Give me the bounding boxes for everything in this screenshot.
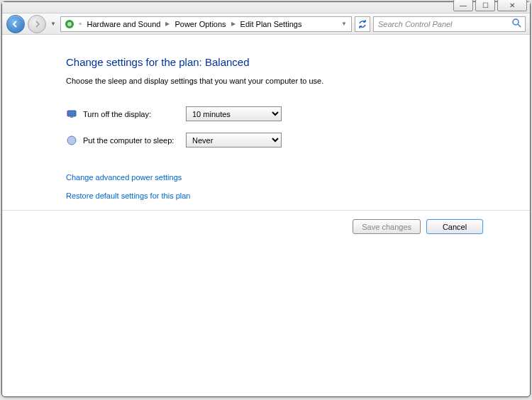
- control-panel-icon: [64, 18, 75, 30]
- svg-point-6: [67, 136, 76, 145]
- sleep-timeout-select[interactable]: Never: [186, 133, 282, 148]
- display-timeout-select[interactable]: 10 minutes: [186, 106, 282, 121]
- cancel-button[interactable]: Cancel: [426, 219, 483, 234]
- window-frame: — ☐ ✕ ▼ « Hardware and Sound ▶ Power Opt…: [1, 1, 531, 397]
- breadcrumb-item[interactable]: Hardware and Sound: [85, 19, 162, 29]
- svg-point-2: [513, 19, 519, 25]
- chevron-right-icon[interactable]: ▶: [231, 21, 235, 27]
- svg-rect-5: [70, 116, 73, 118]
- close-button[interactable]: ✕: [497, 0, 527, 11]
- breadcrumb-prefix: «: [79, 21, 82, 27]
- back-button[interactable]: [6, 15, 25, 33]
- sleep-icon: [66, 135, 77, 146]
- sleep-timeout-row: Put the computer to sleep: Never: [66, 133, 492, 148]
- page-title: Change settings for the plan: Balanced: [66, 56, 492, 68]
- page-description: Choose the sleep and display settings th…: [66, 77, 492, 85]
- display-timeout-row: Turn off the display: 10 minutes: [66, 106, 492, 121]
- display-icon: [66, 109, 77, 120]
- minimize-button[interactable]: —: [453, 0, 473, 11]
- search-placeholder: Search Control Panel: [378, 20, 453, 28]
- button-row: Save changes Cancel: [2, 211, 530, 234]
- svg-point-1: [67, 22, 72, 26]
- svg-line-3: [518, 24, 521, 27]
- breadcrumb-item[interactable]: Power Options: [173, 19, 227, 29]
- display-label: Turn off the display:: [83, 110, 186, 118]
- refresh-button[interactable]: [355, 16, 370, 32]
- sleep-label: Put the computer to sleep:: [83, 136, 186, 145]
- chevron-right-icon[interactable]: ▶: [165, 21, 170, 27]
- restore-defaults-link[interactable]: Restore default settings for this plan: [66, 191, 492, 200]
- links-section: Change advanced power settings Restore d…: [66, 173, 492, 200]
- search-input[interactable]: Search Control Panel: [373, 16, 526, 32]
- advanced-settings-link[interactable]: Change advanced power settings: [66, 173, 492, 182]
- window-controls: — ☐ ✕: [453, 0, 527, 11]
- address-dropdown-icon[interactable]: ▼: [341, 21, 347, 27]
- save-button: Save changes: [353, 219, 421, 234]
- forward-button[interactable]: [28, 15, 46, 33]
- nav-bar: ▼ « Hardware and Sound ▶ Power Options ▶…: [2, 13, 530, 35]
- address-bar[interactable]: « Hardware and Sound ▶ Power Options ▶ E…: [60, 16, 352, 32]
- svg-rect-4: [67, 111, 76, 116]
- content-area: Change settings for the plan: Balanced C…: [2, 35, 530, 234]
- title-bar: — ☐ ✕: [2, 2, 530, 13]
- maximize-button[interactable]: ☐: [475, 0, 495, 11]
- nav-history-dropdown[interactable]: ▼: [49, 21, 57, 27]
- breadcrumb-item[interactable]: Edit Plan Settings: [239, 19, 304, 29]
- search-icon[interactable]: [512, 18, 521, 30]
